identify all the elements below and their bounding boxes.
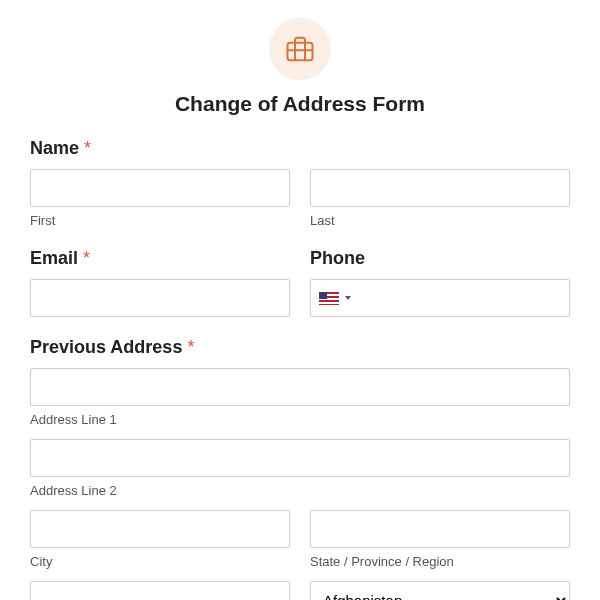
required-indicator: * — [84, 138, 91, 158]
previous-address-label-text: Previous Address — [30, 337, 182, 357]
form-title: Change of Address Form — [30, 92, 570, 116]
email-label: Email * — [30, 248, 290, 269]
svg-rect-0 — [288, 43, 313, 61]
city-sublabel: City — [30, 554, 290, 569]
contact-section: Email * Phone — [30, 248, 570, 317]
address-line-1-sublabel: Address Line 1 — [30, 412, 570, 427]
previous-address-label: Previous Address * — [30, 337, 570, 358]
chevron-down-icon — [345, 296, 351, 300]
name-label-text: Name — [30, 138, 79, 158]
phone-label-text: Phone — [310, 248, 365, 268]
postal-input[interactable] — [30, 581, 290, 600]
previous-address-section: Previous Address * Address Line 1 Addres… — [30, 337, 570, 600]
form-header: Change of Address Form — [30, 0, 570, 116]
country-select[interactable]: Afghanistan — [310, 581, 570, 600]
required-indicator: * — [187, 337, 194, 357]
phone-input[interactable] — [310, 279, 570, 317]
state-input[interactable] — [310, 510, 570, 548]
name-section: Name * First Last — [30, 138, 570, 228]
address-line-2-sublabel: Address Line 2 — [30, 483, 570, 498]
briefcase-icon — [269, 18, 331, 80]
address-line-1-input[interactable] — [30, 368, 570, 406]
us-flag-icon — [319, 292, 339, 305]
first-name-input[interactable] — [30, 169, 290, 207]
required-indicator: * — [83, 248, 90, 268]
phone-label: Phone — [310, 248, 570, 269]
name-label: Name * — [30, 138, 570, 159]
city-input[interactable] — [30, 510, 290, 548]
last-name-sublabel: Last — [310, 213, 570, 228]
email-label-text: Email — [30, 248, 78, 268]
email-input[interactable] — [30, 279, 290, 317]
address-line-2-input[interactable] — [30, 439, 570, 477]
last-name-input[interactable] — [310, 169, 570, 207]
state-sublabel: State / Province / Region — [310, 554, 570, 569]
first-name-sublabel: First — [30, 213, 290, 228]
